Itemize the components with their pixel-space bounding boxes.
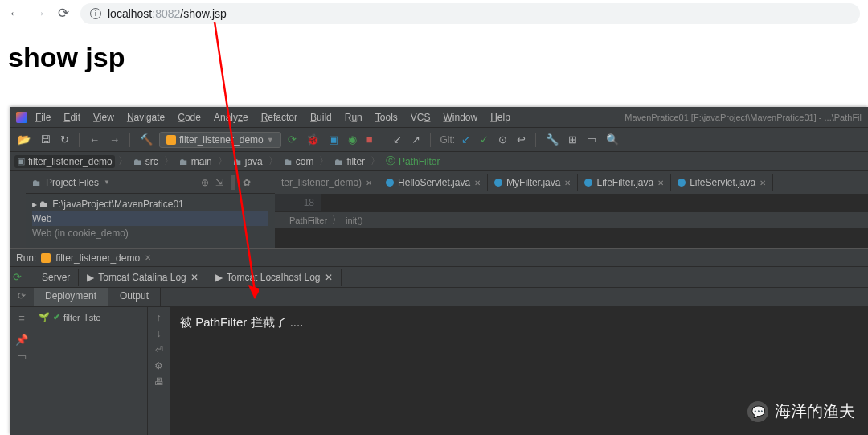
debug-icon[interactable]: 🐞: [303, 132, 322, 147]
subtab-output[interactable]: Output: [108, 288, 161, 306]
chevron-down-icon[interactable]: ▼: [104, 179, 110, 186]
vcs-update-icon[interactable]: ↙: [390, 132, 405, 147]
menu-code[interactable]: Code: [173, 110, 206, 125]
menu-refactor[interactable]: Refactor: [256, 110, 302, 125]
settings-icon[interactable]: 🔧: [542, 132, 562, 147]
subtab-deployment[interactable]: Deployment: [34, 288, 108, 306]
undo-icon[interactable]: ←: [86, 132, 103, 147]
open-icon[interactable]: 📂: [14, 132, 34, 147]
tomcat-icon: [41, 253, 51, 263]
menu-tools[interactable]: Tools: [371, 110, 403, 125]
menu-navigate[interactable]: Navigate: [122, 110, 170, 125]
git-label: Git:: [440, 134, 456, 146]
editor-tab[interactable]: LifeFilter.java✕: [578, 174, 671, 191]
close-icon[interactable]: ✕: [564, 179, 571, 187]
up-icon[interactable]: ↑: [157, 312, 162, 323]
menu-analyze[interactable]: Analyze: [209, 110, 253, 125]
run-tab-catalina[interactable]: ▶Tomcat Catalina Log✕: [79, 269, 207, 286]
editor-tabs: ter_listener_demo)✕ HelloServlet.java✕ M…: [275, 171, 868, 194]
search-icon[interactable]: 🔍: [603, 132, 622, 147]
run-config-dropdown[interactable]: filter_listener_demo ▼: [159, 132, 281, 148]
coverage-icon[interactable]: ▣: [326, 132, 342, 147]
crumb-class[interactable]: ⓒPathFilter: [383, 154, 442, 169]
sync-icon[interactable]: ↻: [57, 132, 72, 147]
run-label: Run:: [16, 252, 36, 264]
menu-window[interactable]: Window: [438, 110, 482, 125]
close-icon[interactable]: ✕: [325, 272, 333, 283]
tree-row[interactable]: Web (in cookie_demo): [32, 226, 268, 240]
address-bar[interactable]: i localhost:8082/show.jsp: [80, 3, 860, 24]
java-class-icon: [584, 179, 592, 187]
menu-edit[interactable]: Edit: [59, 110, 85, 125]
vcs-commit-icon[interactable]: ↗: [408, 132, 424, 147]
ide-window: File Edit View Navigate Code Analyze Ref…: [10, 107, 868, 435]
ide-breadcrumb: ▣filter_listener_demo 〉 🖿src 〉 🖿main 〉 🖿…: [10, 152, 868, 171]
crumb-project[interactable]: ▣filter_listener_demo: [14, 155, 115, 168]
intellij-icon: [16, 112, 27, 123]
close-icon[interactable]: ✕: [366, 179, 372, 187]
structure-icon[interactable]: ⊞: [565, 132, 580, 147]
pin-icon[interactable]: 📌: [15, 334, 28, 346]
menu-help[interactable]: Help: [485, 110, 515, 125]
crumb-main[interactable]: 🖿main: [177, 155, 215, 168]
settings-icon[interactable]: ⚙: [154, 360, 163, 371]
run-gutter-left: ≡ 📌 ▭: [10, 307, 34, 435]
editor-tab[interactable]: ter_listener_demo)✕: [275, 174, 379, 191]
close-icon[interactable]: ✕: [145, 253, 151, 262]
crumb-src[interactable]: 🖿src: [131, 155, 161, 168]
layout-icon[interactable]: ▭: [17, 351, 27, 363]
menu-vcs[interactable]: VCS: [406, 110, 436, 125]
git-history-icon[interactable]: ⊙: [495, 132, 510, 147]
gear-icon[interactable]: ✿: [241, 175, 252, 190]
rerun-icon[interactable]: ⟳: [10, 269, 34, 285]
deploy-item[interactable]: 🌱✔filter_liste: [39, 310, 142, 324]
git-revert-icon[interactable]: ↩: [514, 132, 529, 147]
crumb-java[interactable]: 🖿java: [231, 155, 265, 168]
tree-row-web[interactable]: Web: [32, 211, 268, 226]
screen-icon[interactable]: ▭: [583, 132, 600, 147]
watermark-text: 海洋的渔夫: [775, 400, 855, 422]
hide-icon[interactable]: —: [256, 175, 268, 190]
run-icon[interactable]: ⟳: [285, 132, 300, 147]
git-push-icon[interactable]: ✓: [477, 132, 492, 147]
menu-run[interactable]: Run: [340, 110, 367, 125]
close-icon[interactable]: ✕: [760, 179, 766, 187]
redo-icon[interactable]: →: [106, 132, 123, 147]
crumb-filter[interactable]: 🖿filter: [332, 155, 367, 168]
hammer-icon[interactable]: 🔨: [137, 132, 156, 147]
print-icon[interactable]: 🖶: [154, 376, 164, 388]
editor-line[interactable]: [321, 194, 868, 211]
save-icon[interactable]: 🖫: [37, 132, 54, 147]
stop-icon[interactable]: ≡: [18, 312, 25, 324]
project-tree[interactable]: ▸ 🖿F:\javaProject\MavenPratice01 Web Web…: [26, 194, 275, 244]
back-button[interactable]: ←: [8, 6, 23, 22]
run-tab-localhost[interactable]: ▶Tomcat Localhost Log✕: [207, 269, 342, 286]
rerun-reload-icon[interactable]: ⟳: [10, 288, 34, 306]
menu-build[interactable]: Build: [305, 110, 337, 125]
down-icon[interactable]: ↓: [157, 328, 162, 339]
site-info-icon[interactable]: i: [90, 8, 101, 19]
crumb-com[interactable]: 🖿com: [281, 155, 317, 168]
menu-view[interactable]: View: [88, 110, 119, 125]
profile-icon[interactable]: ◉: [345, 132, 360, 147]
collapse-icon[interactable]: ⇲: [214, 175, 225, 190]
run-config-tab[interactable]: filter_listener_demo: [55, 252, 140, 264]
forward-button[interactable]: →: [32, 6, 47, 22]
code-breadcrumb: PathFilter〉init(): [275, 211, 868, 228]
reload-button[interactable]: ⟳: [56, 5, 71, 22]
editor-tab[interactable]: HelloServlet.java✕: [379, 174, 488, 191]
close-icon[interactable]: ✕: [657, 179, 664, 187]
editor-tab[interactable]: LifeServlet.java✕: [671, 174, 773, 191]
stop-icon[interactable]: ■: [363, 132, 376, 147]
wrap-icon[interactable]: ⏎: [155, 344, 163, 355]
menu-file[interactable]: File: [31, 110, 55, 125]
run-tab-server[interactable]: Server: [34, 269, 79, 286]
git-branch-icon[interactable]: ↙: [458, 132, 473, 147]
close-icon[interactable]: ✕: [190, 272, 199, 283]
page-body: show jsp: [0, 27, 868, 88]
editor-tab[interactable]: MyFilter.java✕: [488, 174, 578, 191]
close-icon[interactable]: ✕: [474, 179, 481, 187]
expand-icon[interactable]: ⊕: [199, 175, 211, 190]
tree-row[interactable]: ▸ 🖿F:\javaProject\MavenPratice01: [32, 197, 268, 211]
run-tool-window: Run: filter_listener_demo ✕ ⟳ Server ▶To…: [10, 248, 868, 435]
